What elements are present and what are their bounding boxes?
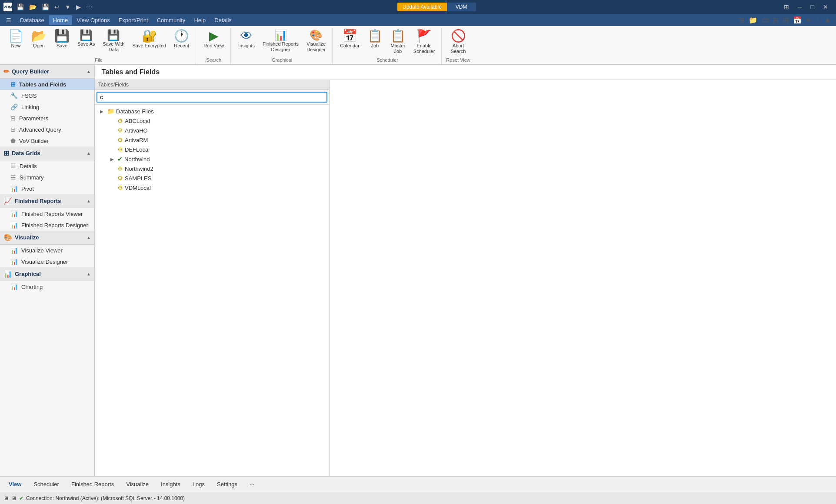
visualize-designer-sidebar-label: Visualize Designer — [21, 259, 68, 265]
sidebar-item-visualize-viewer[interactable]: 📊 Visualize Viewer — [0, 245, 94, 256]
sidebar-item-vov-builder[interactable]: ⬟ VoV Builder — [0, 135, 94, 146]
finished-reports-designer-icon: 📊 — [274, 30, 287, 40]
ribbon-btn-open[interactable]: 📂 Open — [28, 28, 50, 51]
bottom-nav-view[interactable]: View — [3, 478, 27, 490]
ribbon-icon-cal[interactable]: 📅 — [791, 14, 803, 26]
ribbon-btn-insights[interactable]: 👁 Insights — [235, 28, 258, 51]
sidebar-item-finished-reports-designer[interactable]: 📊 Finished Reports Designer — [0, 219, 94, 231]
bottom-nav-settings[interactable]: Settings — [212, 478, 243, 490]
ribbon-btn-master-job[interactable]: 📋 MasterJob — [387, 28, 409, 56]
ribbon-btn-run-view[interactable]: ▶ Run View — [200, 28, 227, 51]
tb-icon-arrow[interactable]: ▼ — [63, 3, 73, 11]
graphical-title-row: 📊 Graphical — [3, 270, 41, 278]
window-close-btn[interactable]: ✕ — [819, 2, 833, 12]
tb-icon-2[interactable]: 📂 — [27, 3, 38, 11]
tree-item-artivaHC[interactable]: ⚙ ArtivaHC — [95, 126, 329, 135]
window-maximize-btn[interactable]: □ — [806, 2, 819, 12]
menu-help[interactable]: Help — [190, 15, 210, 25]
ribbon-btn-save-encrypted[interactable]: 🔐 Save Encrypted — [130, 28, 170, 51]
menu-export-print[interactable]: Export/Print — [114, 15, 153, 25]
graphical-chevron: ▲ — [87, 272, 91, 276]
ribbon-icon-folder[interactable]: 📁 — [747, 14, 759, 26]
bottom-nav-finished-reports[interactable]: Finished Reports — [66, 478, 119, 490]
tree-item-abclocal[interactable]: ⚙ ABCLocal — [95, 116, 329, 126]
ribbon-btn-job[interactable]: 📋 Job — [364, 28, 386, 51]
sidebar-item-tables-and-fields[interactable]: ⊞ Tables and Fields — [0, 79, 94, 90]
tb-icon-3[interactable]: 💾 — [40, 3, 51, 11]
sidebar-item-parameters[interactable]: ⊟ Parameters — [0, 113, 94, 124]
ribbon-icon-up[interactable]: ▲ — [822, 14, 833, 26]
finished-reports-designer-label: Finished ReportsDesigner — [263, 41, 299, 53]
ribbon-btn-visualize-designer[interactable]: 🎨 VisualizeDesigner — [303, 28, 329, 55]
title-bar-left: VDM 💾 📂 💾 ↩ ▼ ▶ ⋯ — [3, 3, 94, 11]
bottom-nav-scheduler[interactable]: Scheduler — [28, 478, 64, 490]
artivaRM-icon: ⚙ — [117, 136, 123, 143]
tree-item-northwind[interactable]: ▶ ✔ Northwind — [95, 154, 329, 164]
sidebar-item-pivot[interactable]: 📊 Pivot — [0, 183, 94, 194]
menu-home[interactable]: Home — [49, 15, 73, 25]
sidebar-item-advanced-query[interactable]: ⊟ Advanced Query — [0, 124, 94, 135]
window-restore-icon[interactable]: ⊞ — [779, 2, 793, 12]
save-label: Save — [57, 43, 67, 49]
ribbon-btn-finished-reports-designer[interactable]: 📊 Finished ReportsDesigner — [260, 28, 302, 55]
sidebar-item-finished-reports-viewer[interactable]: 📊 Finished Reports Viewer — [0, 208, 94, 219]
tree-item-deflocal[interactable]: ⚙ DEFLocal — [95, 145, 329, 154]
tb-icon-undo[interactable]: ↩ — [53, 3, 61, 11]
bottom-nav-more[interactable]: ··· — [244, 478, 260, 490]
ribbon-icon-grid[interactable]: ⊞ — [737, 14, 746, 26]
expand-database-files[interactable]: ▶ — [98, 109, 105, 114]
ribbon-btn-abort-search[interactable]: 🚫 AbortSearch — [448, 28, 469, 56]
ribbon-icon-pen[interactable]: ✏ — [804, 14, 813, 26]
recent-icon: 🕐 — [174, 30, 189, 42]
deflocal-icon: ⚙ — [117, 146, 123, 153]
tree-item-database-files[interactable]: ▶ 📁 Database Files — [95, 106, 329, 116]
bottom-nav-logs[interactable]: Logs — [187, 478, 210, 490]
search-group-label: Search — [206, 56, 221, 63]
ribbon-btn-save-as[interactable]: 💾 Save As — [74, 28, 98, 49]
ribbon-btn-calendar[interactable]: 📅 Calendar — [337, 28, 363, 51]
tree-item-samples[interactable]: ⚙ SAMPLES — [95, 173, 329, 183]
ribbon-btn-new[interactable]: 📄 New — [5, 28, 27, 51]
finished-reports-header[interactable]: 📈 Finished Reports ▲ — [0, 194, 94, 208]
sidebar-item-fsgs[interactable]: 🔧 FSGS — [0, 90, 94, 101]
sidebar-item-visualize-designer[interactable]: 📊 Visualize Designer — [0, 256, 94, 267]
ribbon-icon-grid2[interactable]: ⊞ — [771, 14, 780, 26]
expand-northwind[interactable]: ▶ — [109, 157, 116, 162]
menu-view-options[interactable]: View Options — [72, 15, 114, 25]
ribbon-graphical-buttons: 👁 Insights 📊 Finished ReportsDesigner 🎨 … — [235, 28, 329, 56]
bottom-nav-visualize[interactable]: Visualize — [121, 478, 154, 490]
sidebar-item-summary[interactable]: ☰ Summary — [0, 172, 94, 183]
tb-icon-1[interactable]: 💾 — [15, 3, 26, 11]
tables-search-input[interactable] — [97, 92, 327, 103]
tb-icon-dots[interactable]: ⋯ — [84, 3, 94, 11]
menu-community[interactable]: Community — [153, 15, 190, 25]
ribbon-group-search: ▶ Run View Search — [197, 28, 231, 64]
data-grids-header[interactable]: ⊞ Data Grids ▲ — [0, 146, 94, 160]
tree-item-vdmlocal[interactable]: ⚙ VDMLocal — [95, 183, 329, 192]
tb-icon-play[interactable]: ▶ — [74, 3, 83, 11]
ribbon-btn-save-with-data[interactable]: 💾 Save WithData — [100, 28, 127, 55]
ribbon-icon-db[interactable]: 🗃 — [760, 14, 770, 26]
query-builder-header[interactable]: ✏ Query Builder ▲ — [0, 65, 94, 79]
ribbon-icon-resize[interactable]: ↕ — [814, 14, 821, 26]
ribbon-btn-recent[interactable]: 🕐 Recent — [171, 28, 192, 51]
graphical-header[interactable]: 📊 Graphical ▲ — [0, 267, 94, 281]
linking-icon: 🔗 — [10, 103, 18, 110]
visualize-header[interactable]: 🎨 Visualize ▲ — [0, 231, 94, 245]
sidebar-item-details[interactable]: ☰ Details — [0, 160, 94, 172]
visualize-section-label: Visualize — [15, 234, 39, 241]
window-minimize-btn[interactable]: ─ — [793, 2, 806, 12]
tree-item-artivaRM[interactable]: ⚙ ArtivaRM — [95, 135, 329, 145]
bottom-nav-insights[interactable]: Insights — [156, 478, 186, 490]
update-badge[interactable]: Update Available — [397, 3, 447, 11]
ribbon-icon-grid3[interactable]: ⊞ — [781, 14, 790, 26]
tree-item-northwind2[interactable]: ⚙ Northwind2 — [95, 164, 329, 173]
vdmlocal-icon: ⚙ — [117, 184, 123, 191]
menu-hamburger[interactable]: ☰ — [2, 15, 16, 25]
ribbon-btn-enable-scheduler[interactable]: 🚩 EnableScheduler — [410, 28, 438, 56]
ribbon-btn-save[interactable]: 💾 Save — [51, 28, 73, 51]
menu-database[interactable]: Database — [16, 15, 49, 25]
sidebar-item-linking[interactable]: 🔗 Linking — [0, 101, 94, 113]
menu-details[interactable]: Details — [210, 15, 236, 25]
sidebar-item-charting[interactable]: 📊 Charting — [0, 281, 94, 292]
